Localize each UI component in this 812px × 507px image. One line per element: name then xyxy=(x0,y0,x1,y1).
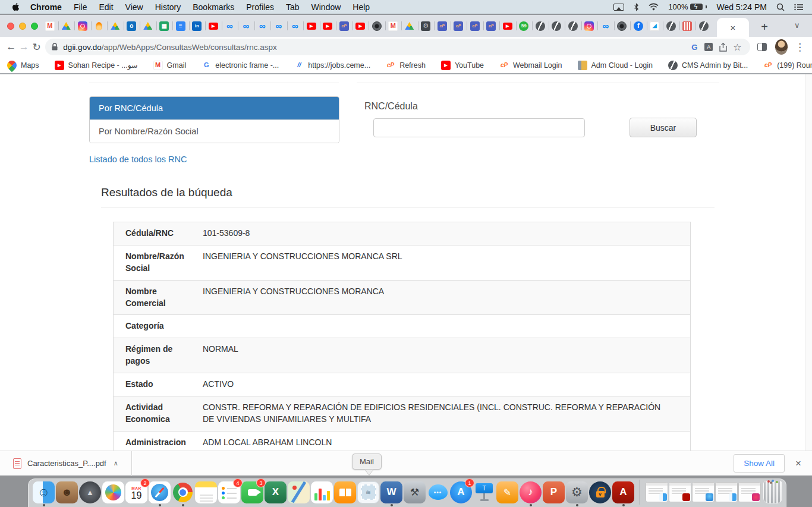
menu-file[interactable]: File xyxy=(68,0,93,14)
download-chevron-icon[interactable]: ∧ xyxy=(114,459,118,467)
show-all-button[interactable]: Show All xyxy=(734,454,785,473)
dock-contacts[interactable]: ☻ xyxy=(56,480,78,504)
apple-menu-icon[interactable] xyxy=(8,2,24,11)
tab-youtube-10[interactable]: ▶ xyxy=(205,15,222,37)
google-g-icon[interactable]: G xyxy=(687,40,701,54)
menu-tab[interactable]: Tab xyxy=(280,0,306,14)
dock-minimized-window-acrobat[interactable] xyxy=(669,480,691,504)
bookmark-7[interactable]: cPWebmail Login xyxy=(499,61,562,70)
tab-instagram-33[interactable] xyxy=(581,15,598,37)
dock-vpn-lock[interactable]: v xyxy=(589,480,612,504)
tab-mailblue-37[interactable]: ◢ xyxy=(647,15,663,37)
tab-cpanel-24[interactable]: cP xyxy=(434,15,451,37)
tab-youtube-17[interactable]: ▶ xyxy=(320,15,336,37)
menu-clock[interactable]: Wed 5:24 PM xyxy=(716,2,767,12)
back-button[interactable]: ← xyxy=(5,39,17,55)
dock-system-preferences[interactable]: ⚙ xyxy=(566,480,588,504)
tab-globe-40[interactable] xyxy=(695,15,712,37)
bookmark-2[interactable]: MGmail xyxy=(153,61,187,70)
dock-mail[interactable]: ≋ xyxy=(357,480,380,504)
dock-acrobat[interactable]: A xyxy=(612,480,635,504)
tab-drive-22[interactable] xyxy=(401,15,418,37)
tab-por-nombre-razon-social[interactable]: Por Nombre/Razón Social xyxy=(90,119,339,143)
bookmark-1[interactable]: ▶Sohan Recipe - ...سو xyxy=(55,61,138,70)
tab-globe-38[interactable] xyxy=(663,15,679,37)
tab-dgii-39[interactable] xyxy=(679,15,696,37)
lock-icon[interactable] xyxy=(51,43,58,51)
menu-app-name[interactable]: Chrome xyxy=(24,0,68,14)
bookmark-star-icon[interactable]: ☆ xyxy=(730,40,744,54)
tab-close-icon[interactable]: × xyxy=(731,23,736,32)
dock-minimized-window-safari[interactable] xyxy=(692,480,715,504)
bookmark-0[interactable]: Maps xyxy=(7,61,39,70)
window-close-button[interactable] xyxy=(7,23,14,30)
tab-globe-32[interactable] xyxy=(565,15,581,37)
dock-powerpoint[interactable]: P xyxy=(543,480,565,504)
screen-mirroring-icon[interactable] xyxy=(613,4,624,11)
tab-outlook-5[interactable]: o xyxy=(124,15,140,37)
dock-excel[interactable]: X xyxy=(265,480,287,504)
tab-cpanel-27[interactable]: cP xyxy=(483,15,500,37)
tab-facebook-36[interactable]: f xyxy=(630,15,647,37)
tab-gmail-0[interactable]: M xyxy=(42,15,58,37)
forward-button[interactable]: → xyxy=(17,39,30,55)
dock-utilities[interactable]: ⚒ xyxy=(404,480,426,504)
dock-app-store[interactable]: A1 xyxy=(450,480,473,504)
control-center-list-icon[interactable] xyxy=(794,4,804,11)
chrome-menu-icon[interactable]: ⋮ xyxy=(795,41,805,53)
tab-meta-34[interactable]: ∞ xyxy=(597,15,614,37)
share-icon[interactable] xyxy=(716,40,730,54)
tab-sheets-7[interactable]: ▦ xyxy=(156,15,173,37)
tab-cpanel-18[interactable]: cP xyxy=(336,15,353,37)
tab-drive-6[interactable] xyxy=(140,15,156,37)
menu-profiles[interactable]: Profiles xyxy=(240,0,280,14)
menu-view[interactable]: View xyxy=(119,0,149,14)
dock-facetime[interactable]: 3 xyxy=(241,480,264,504)
dock-finder[interactable]: ☺ xyxy=(33,480,55,504)
rnc-cedula-input[interactable] xyxy=(373,118,585,137)
tab-meta-13[interactable]: ∞ xyxy=(254,15,271,37)
page-scrollbar[interactable] xyxy=(805,74,812,451)
tab-chrome-dark-35[interactable] xyxy=(614,15,631,37)
tab-whatsapp-29[interactable]: 59 xyxy=(516,15,533,37)
tab-gear-23[interactable]: ⚙ xyxy=(418,15,435,37)
tab-youtube-19[interactable]: ▶ xyxy=(353,15,369,37)
translate-icon[interactable]: A xyxy=(701,40,716,54)
dock-minimized-window-finder[interactable] xyxy=(646,480,668,504)
new-tab-button[interactable]: + xyxy=(756,18,773,35)
tab-meta-12[interactable]: ∞ xyxy=(238,15,254,37)
tab-drive-4[interactable] xyxy=(107,15,124,37)
dock-maps[interactable] xyxy=(288,480,310,504)
dock-chrome[interactable] xyxy=(172,480,194,504)
tab-drive-1[interactable] xyxy=(58,15,75,37)
battery-status[interactable]: 100% ϟ xyxy=(668,2,707,11)
tab-globe-30[interactable] xyxy=(532,15,549,37)
tab-meta-11[interactable]: ∞ xyxy=(222,15,238,37)
tab-meta-14[interactable]: ∞ xyxy=(270,15,287,37)
bluetooth-icon[interactable] xyxy=(634,3,639,11)
tab-por-rnc-cedula[interactable]: Por RNC/Cédula xyxy=(90,97,339,119)
dock-minimized-window-itunes[interactable] xyxy=(738,480,761,504)
side-panel-icon[interactable] xyxy=(757,43,766,51)
window-zoom-button[interactable] xyxy=(31,23,38,30)
dock-launchpad[interactable]: ▲ xyxy=(79,480,102,504)
bookmark-6[interactable]: ▶YouTube xyxy=(441,61,484,70)
dock-messages[interactable]: ••• xyxy=(427,480,449,504)
wifi-icon[interactable] xyxy=(649,3,659,11)
tab-youtube-16[interactable]: ▶ xyxy=(303,15,320,37)
profile-avatar[interactable] xyxy=(775,39,788,55)
buscar-button[interactable]: Buscar xyxy=(630,118,697,137)
reload-button[interactable]: ↻ xyxy=(30,39,43,55)
tab-overflow-chevron-icon[interactable]: ∨ xyxy=(794,21,800,30)
menu-history[interactable]: History xyxy=(149,0,187,14)
tab-meta-15[interactable]: ∞ xyxy=(287,15,304,37)
menu-help[interactable]: Help xyxy=(347,0,376,14)
bookmark-10[interactable]: cP(199) Roundcube... xyxy=(763,61,812,70)
tab-gmail-21[interactable]: M xyxy=(385,15,402,37)
listado-rnc-link[interactable]: Listado de todos los RNC xyxy=(89,155,187,164)
tab-cpanel-26[interactable]: cP xyxy=(467,15,483,37)
bookmark-4[interactable]: //https://jobs.ceme... xyxy=(294,61,370,70)
dock-photos[interactable] xyxy=(102,480,125,504)
dock-keynote[interactable]: T xyxy=(473,480,496,504)
dock-itunes[interactable]: ♪ xyxy=(520,480,542,504)
